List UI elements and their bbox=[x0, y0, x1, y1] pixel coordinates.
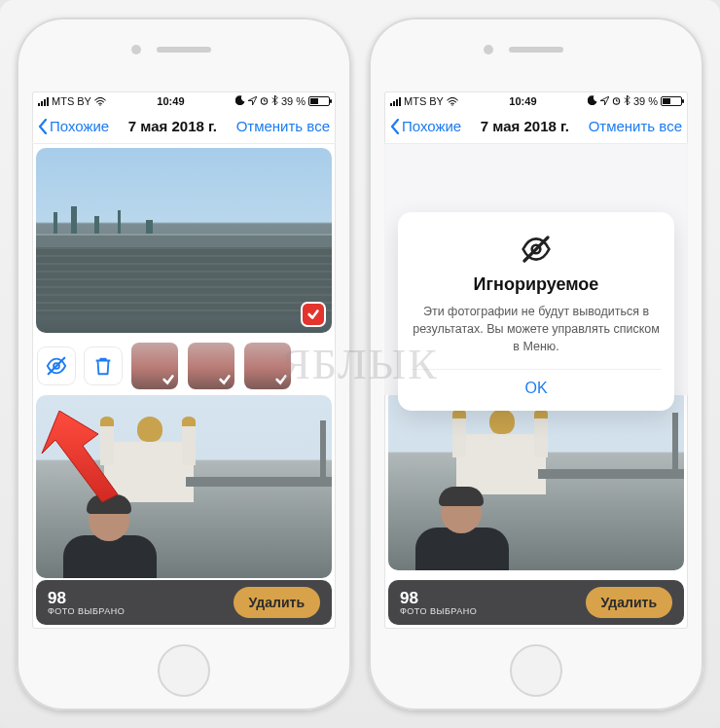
large-photo[interactable] bbox=[36, 148, 332, 333]
location-icon bbox=[600, 95, 609, 107]
selected-count: 98 bbox=[48, 590, 125, 606]
carrier-label: MTS BY bbox=[52, 95, 91, 107]
carrier-label: MTS BY bbox=[404, 95, 444, 107]
ignore-button[interactable] bbox=[38, 347, 75, 384]
clock: 10:49 bbox=[509, 95, 536, 107]
trash-button[interactable] bbox=[85, 347, 122, 384]
location-icon bbox=[248, 95, 257, 107]
modal-backdrop: Игнорируемое Эти фотографии не будут выв… bbox=[384, 144, 688, 395]
bottom-bar: 98 ФОТО ВЫБРАНО Удалить bbox=[388, 580, 684, 625]
svg-point-4 bbox=[451, 104, 453, 106]
thumbnail-1[interactable] bbox=[131, 343, 178, 389]
wifi-icon bbox=[94, 97, 106, 106]
battery-percent: 39 % bbox=[281, 95, 306, 107]
large-photo-2[interactable] bbox=[36, 395, 332, 578]
front-camera bbox=[484, 45, 493, 55]
status-bar: MTS BY 10:49 bbox=[384, 91, 688, 109]
check-icon bbox=[218, 373, 232, 386]
do-not-disturb-icon bbox=[235, 95, 245, 107]
front-camera bbox=[131, 45, 141, 55]
ignored-modal: Игнорируемое Эти фотографии не будут выв… bbox=[398, 212, 674, 411]
cancel-all-button[interactable]: Отменить все bbox=[236, 118, 330, 134]
bluetooth-icon bbox=[271, 95, 278, 107]
selected-count-label: ФОТО ВЫБРАНО bbox=[48, 606, 125, 616]
battery-icon bbox=[661, 96, 682, 106]
modal-ok-button[interactable]: OK bbox=[412, 369, 661, 401]
back-label: Похожие bbox=[402, 118, 461, 134]
selected-count-label: ФОТО ВЫБРАНО bbox=[400, 606, 477, 616]
hide-icon bbox=[521, 234, 552, 265]
thumbnail-row bbox=[32, 337, 336, 391]
back-button[interactable]: Похожие bbox=[38, 118, 109, 134]
nav-bar: Похожие 7 мая 2018 г. Отменить все bbox=[384, 109, 688, 144]
nav-bar: Похожие 7 мая 2018 г. Отменить все bbox=[32, 109, 336, 144]
bottom-bar: 98 ФОТО ВЫБРАНО Удалить bbox=[36, 580, 332, 625]
back-label: Похожие bbox=[50, 118, 109, 134]
chevron-left-icon bbox=[38, 119, 48, 134]
delete-button[interactable]: Удалить bbox=[234, 587, 320, 618]
selection-badge[interactable] bbox=[303, 304, 324, 325]
nav-title: 7 мая 2018 г. bbox=[128, 118, 217, 134]
cellular-signal-icon bbox=[390, 97, 401, 106]
wifi-icon bbox=[447, 97, 458, 106]
thumbnail-3[interactable] bbox=[244, 343, 291, 389]
cancel-all-button[interactable]: Отменить все bbox=[589, 118, 682, 134]
screen-left: MTS BY 10:49 bbox=[32, 91, 336, 629]
phone-right: MTS BY 10:49 bbox=[369, 18, 703, 710]
bluetooth-icon bbox=[624, 95, 630, 107]
speaker-grille bbox=[157, 47, 211, 53]
chevron-left-icon bbox=[390, 119, 400, 134]
screen-right: MTS BY 10:49 bbox=[384, 91, 688, 629]
modal-title: Игнорируемое bbox=[412, 274, 661, 295]
modal-body: Эти фотографии не будут выводиться в рез… bbox=[412, 303, 661, 355]
home-button[interactable] bbox=[510, 644, 562, 697]
alarm-icon bbox=[612, 95, 621, 107]
selected-count: 98 bbox=[400, 590, 477, 606]
battery-percent: 39 % bbox=[633, 95, 658, 107]
speaker-grille bbox=[509, 47, 563, 53]
alarm-icon bbox=[260, 95, 269, 107]
svg-point-0 bbox=[99, 104, 101, 106]
check-icon bbox=[274, 373, 288, 386]
do-not-disturb-icon bbox=[588, 95, 597, 107]
cellular-signal-icon bbox=[38, 97, 49, 106]
back-button[interactable]: Похожие bbox=[390, 118, 461, 134]
home-button[interactable] bbox=[158, 644, 210, 697]
delete-button[interactable]: Удалить bbox=[586, 587, 672, 618]
clock: 10:49 bbox=[157, 95, 184, 107]
nav-title: 7 мая 2018 г. bbox=[481, 118, 569, 134]
thumbnail-2[interactable] bbox=[188, 343, 234, 389]
phone-left: MTS BY 10:49 bbox=[17, 18, 351, 710]
check-icon bbox=[162, 373, 175, 386]
battery-icon bbox=[308, 96, 330, 106]
status-bar: MTS BY 10:49 bbox=[32, 91, 336, 109]
large-photo-2[interactable] bbox=[388, 387, 684, 570]
